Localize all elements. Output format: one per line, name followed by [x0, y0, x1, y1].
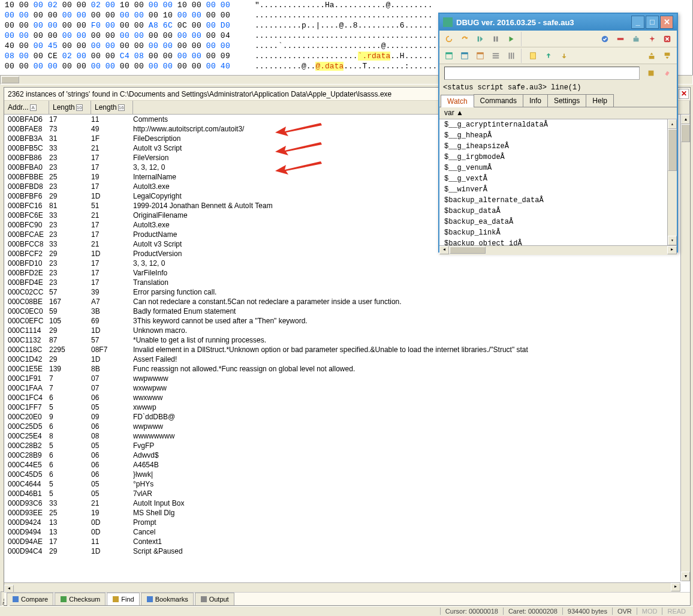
var-item[interactable]: $backup_alternate_dataÂ — [439, 195, 677, 206]
tb-remove-icon[interactable] — [613, 32, 628, 46]
table-row[interactable]: 000C1D42291DAssert Failed! — [4, 354, 680, 364]
dbug-vscrollbar[interactable]: ▴ ▾ — [667, 119, 677, 245]
tb-save-up-icon[interactable] — [644, 49, 659, 63]
scroll-down-icon[interactable]: ▾ — [668, 236, 677, 245]
dbug-titlebar[interactable]: DBUG ver. 2016.03.25 - safe.au3 _ □ ✕ — [439, 14, 677, 31]
table-row[interactable]: 000C1114291DUnknown macro. — [4, 326, 680, 335]
scroll-thumb[interactable] — [450, 247, 486, 254]
dbug-tab-help[interactable]: Help — [586, 94, 614, 107]
tb-check-icon[interactable] — [598, 32, 612, 46]
var-item[interactable]: $__g_irgbmodeÂ — [439, 152, 677, 163]
table-row[interactable]: 000C20E0909FD`ddDBB@ — [4, 412, 680, 422]
tb-sheet-yellow-icon[interactable] — [526, 49, 540, 63]
tb-pin-icon[interactable] — [644, 32, 659, 46]
table-row[interactable]: 000C1E5E1398BFunc reassign not allowed.*… — [4, 364, 680, 374]
var-item[interactable]: $__g_acryptinternaldataÂ — [439, 119, 677, 130]
close-icon[interactable]: ✕ — [679, 89, 689, 99]
var-item[interactable]: $__winverÂ — [439, 184, 677, 195]
hex-scrollbar-thumb[interactable] — [1, 76, 19, 83]
table-row[interactable]: 000C118C229508F7Invalid element in a Dll… — [4, 345, 680, 354]
scroll-left-icon[interactable]: ◂ — [439, 246, 449, 254]
table-row[interactable]: 000D93EE2519MS Shell Dlg — [4, 508, 680, 518]
results-vscrollbar[interactable]: ▴ ▾ — [680, 115, 690, 581]
scroll-right-icon[interactable]: ▸ — [671, 583, 680, 591]
scroll-thumb[interactable] — [681, 124, 690, 142]
tab-find[interactable]: Find — [107, 593, 139, 605]
tb-erase-icon[interactable] — [660, 67, 674, 80]
table-row[interactable]: 000D94AE1711Context1 — [4, 537, 680, 546]
table-row[interactable]: 000C02CC5739Error parsing function call. — [4, 287, 680, 297]
table-row[interactable]: 000BFD2E2317VarFileInfo — [4, 268, 680, 278]
table-row[interactable]: 000C44E5606A4654B — [4, 460, 680, 470]
table-row[interactable]: 000C1F91707wwpwwww — [4, 374, 680, 383]
maximize-icon[interactable]: □ — [646, 16, 659, 29]
tb-save-down-icon[interactable] — [660, 49, 674, 63]
tb-accept-icon[interactable] — [644, 67, 658, 80]
scroll-right-icon[interactable]: ▸ — [667, 246, 677, 254]
var-item[interactable]: $__g_vextÂ — [439, 173, 677, 184]
table-row[interactable]: 000C08BE167A7Can not redeclare a constan… — [4, 297, 680, 307]
table-row[interactable]: 000BFD4E2317Translation — [4, 278, 680, 287]
sort-icon[interactable]: A — [30, 104, 37, 111]
tb-run-icon[interactable] — [504, 32, 519, 46]
tab-output[interactable]: Output — [195, 593, 234, 605]
scroll-thumb[interactable] — [668, 129, 677, 171]
dbug-command-input[interactable] — [444, 67, 640, 80]
tb-grid-orange-icon[interactable] — [473, 49, 487, 63]
table-row[interactable]: 000D93C63321AutoIt Input Box — [4, 498, 680, 508]
sort-icon[interactable]: 10 — [76, 104, 83, 111]
var-item[interactable]: $backup_dataÂ — [439, 206, 677, 217]
tb-export-icon[interactable] — [629, 32, 643, 46]
col-len2[interactable]: Length16 — [91, 101, 133, 114]
tb-grid-blue-icon[interactable] — [457, 49, 472, 63]
var-item[interactable]: $__g_venumÂ — [439, 163, 677, 173]
dbug-hscrollbar[interactable]: ◂ ▸ — [439, 245, 677, 255]
tb-grid-green-icon[interactable] — [442, 49, 456, 63]
var-item[interactable]: $__g_iheapsizeÂ — [439, 141, 677, 152]
tab-checksum[interactable]: Checksum — [55, 593, 106, 605]
dbug-tab-watch[interactable]: Watch — [441, 95, 474, 107]
var-item[interactable]: $backup_linkÂ — [439, 227, 677, 238]
table-row[interactable]: 000C28B9606Adwvd$ — [4, 450, 680, 460]
table-row[interactable]: 000C28B2505FvgFP — [4, 441, 680, 450]
tb-cols-icon[interactable] — [504, 49, 519, 63]
scroll-up-icon[interactable]: ▴ — [668, 119, 677, 129]
tb-upload-icon[interactable] — [541, 49, 556, 63]
tb-step-icon[interactable] — [473, 32, 487, 46]
tb-rows-icon[interactable] — [489, 49, 503, 63]
scroll-up-icon[interactable]: ▴ — [681, 115, 690, 124]
tb-refresh-icon[interactable] — [457, 32, 472, 46]
table-row[interactable]: 000C45D5606}lwwk| — [4, 470, 680, 479]
table-row[interactable]: 000C0EC0593BBadly formated Enum statemen… — [4, 307, 680, 316]
table-row[interactable]: 000BFD1023173, 3, 12, 0 — [4, 259, 680, 268]
table-row[interactable]: 000C11328757*Unable to get a list of run… — [4, 335, 680, 345]
minimize-icon[interactable]: _ — [631, 16, 644, 29]
table-row[interactable]: 000C0EFC105693This keyword cannot be use… — [4, 316, 680, 326]
tb-pause-icon[interactable] — [489, 32, 503, 46]
table-row[interactable]: 000D9494130DCancel — [4, 527, 680, 537]
table-row[interactable]: 000C4644505°pHYs — [4, 479, 680, 489]
table-row[interactable]: 000D9424130DPrompt — [4, 518, 680, 527]
scroll-down-icon[interactable]: ▾ — [681, 572, 690, 581]
table-row[interactable]: 000C1FC4606wwxwww — [4, 393, 680, 402]
results-hscrollbar[interactable]: ◂ ▸ — [4, 582, 680, 592]
col-len1[interactable]: Length10 — [49, 101, 91, 114]
dbug-var-header[interactable]: var ▲ — [439, 107, 677, 119]
dbug-tab-commands[interactable]: Commands — [474, 94, 523, 107]
tab-bookmarks[interactable]: Bookmarks — [141, 593, 194, 605]
table-row[interactable]: 000C25D5606wwpwww — [4, 422, 680, 431]
table-row[interactable]: 000D94C4291DScript &Paused — [4, 546, 680, 556]
var-item[interactable]: $backup_ea_dataÂ — [439, 217, 677, 227]
close-icon[interactable]: ✕ — [660, 16, 673, 29]
table-row[interactable]: 000C1FF7505xwwwp — [4, 402, 680, 412]
sort-icon[interactable]: 16 — [118, 104, 125, 111]
dbug-tab-info[interactable]: Info — [523, 94, 548, 107]
tb-reload-icon[interactable] — [442, 32, 456, 46]
tb-close-icon[interactable] — [660, 32, 674, 46]
table-row[interactable]: 000C25E4808wwwwwwww — [4, 431, 680, 441]
var-item[interactable]: $__g_hheapÂ — [439, 130, 677, 141]
dbug-tab-settings[interactable]: Settings — [547, 94, 586, 107]
tb-download-icon[interactable] — [557, 49, 571, 63]
var-item[interactable]: $backup_object_idÂ — [439, 238, 677, 245]
col-addr[interactable]: Addr...A — [4, 101, 49, 114]
